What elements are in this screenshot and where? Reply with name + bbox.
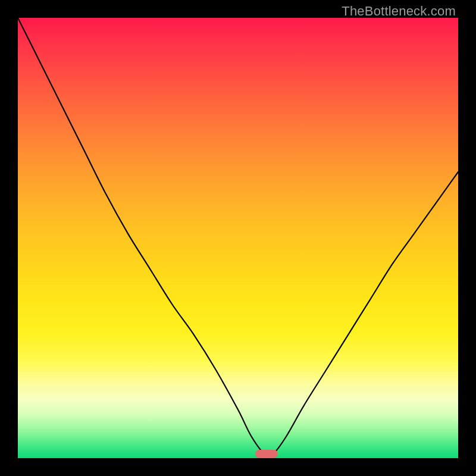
bottleneck-marker — [255, 450, 278, 458]
plot-area — [18, 18, 458, 458]
background-gradient — [18, 18, 458, 458]
watermark-text: TheBottleneck.com — [342, 4, 456, 19]
chart-frame: TheBottleneck.com — [0, 0, 476, 476]
